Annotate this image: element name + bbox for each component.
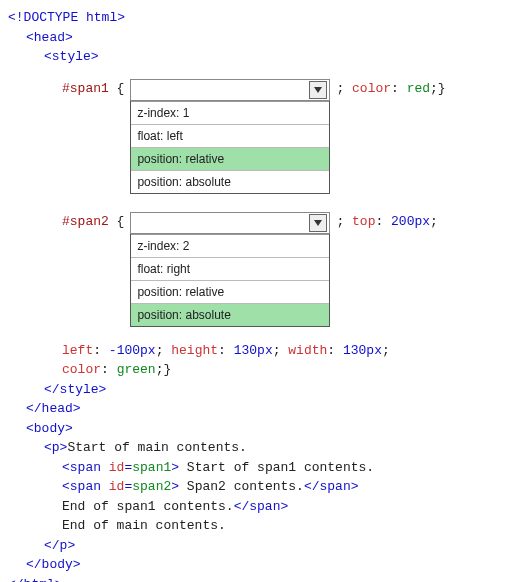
end-span1-line: End of span1 contents.</span>	[8, 497, 519, 517]
style-open: <style>	[8, 47, 519, 67]
rule2-option-selected[interactable]: position: absolute	[131, 303, 329, 326]
rule2-option[interactable]: position: relative	[131, 280, 329, 303]
rule2-selector: #span2	[62, 214, 109, 229]
head-open: <head>	[8, 28, 519, 48]
rule2-dropdown[interactable]: z-index: 2 float: right position: relati…	[130, 212, 330, 327]
body-open: <body>	[8, 419, 519, 439]
p-line: <p>Start of main contents.	[8, 438, 519, 458]
code-view: <!DOCTYPE html> <head> <style> #span1 { …	[8, 8, 519, 582]
span2-line: <span id=span2> Span2 contents.</span>	[8, 477, 519, 497]
rule2-leading: #span2 {	[62, 212, 124, 232]
span1-open-line: <span id=span1> Start of span1 contents.	[8, 458, 519, 478]
rule2-option[interactable]: float: right	[131, 257, 329, 280]
rule2-continued-2: color: green;}	[8, 360, 519, 380]
rule2-row: #span2 { z-index: 2 float: right positio…	[8, 212, 519, 329]
rule1-dropdown[interactable]: z-index: 1 float: left position: relativ…	[130, 79, 330, 194]
rule1-leading: #span1 {	[62, 79, 124, 99]
rule2-continued: left: -100px; height: 130px; width: 130p…	[8, 341, 519, 361]
doctype-line: <!DOCTYPE html>	[8, 8, 519, 28]
html-close: </html>	[8, 575, 519, 583]
style-close: </style>	[8, 380, 519, 400]
rule2-trailing: ; top: 200px;	[336, 212, 437, 232]
rule1-option[interactable]: float: left	[131, 124, 329, 147]
rule1-option[interactable]: z-index: 1	[131, 101, 329, 124]
rule1-selectbox[interactable]	[130, 79, 330, 101]
p-close: </p>	[8, 536, 519, 556]
rule2-options[interactable]: z-index: 2 float: right position: relati…	[130, 234, 330, 327]
rule1-row: #span1 { z-index: 1 float: left position…	[8, 79, 519, 196]
rule1-option[interactable]: position: absolute	[131, 170, 329, 193]
rule2-selectbox[interactable]	[130, 212, 330, 234]
rule1-trailing: ; color: red;}	[336, 79, 445, 99]
dropdown-arrow-icon[interactable]	[309, 81, 327, 99]
body-close: </body>	[8, 555, 519, 575]
rule1-option-selected[interactable]: position: relative	[131, 147, 329, 170]
rule1-selector: #span1	[62, 81, 109, 96]
rule1-options[interactable]: z-index: 1 float: left position: relativ…	[130, 101, 330, 194]
rule2-option[interactable]: z-index: 2	[131, 234, 329, 257]
end-main-line: End of main contents.	[8, 516, 519, 536]
head-close: </head>	[8, 399, 519, 419]
dropdown-arrow-icon[interactable]	[309, 214, 327, 232]
